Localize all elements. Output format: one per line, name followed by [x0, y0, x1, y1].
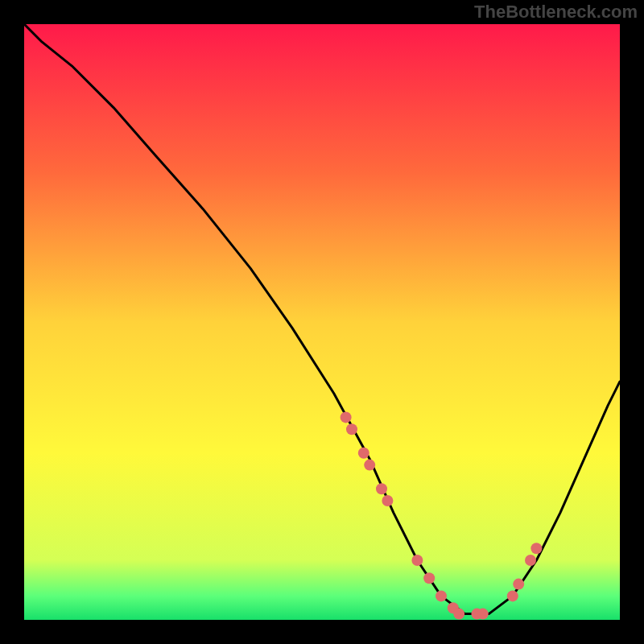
- watermark-text: TheBottleneck.com: [474, 2, 638, 23]
- data-marker: [436, 590, 447, 601]
- data-marker: [346, 423, 357, 435]
- data-marker: [364, 460, 375, 471]
- data-marker: [358, 448, 369, 459]
- data-marker: [341, 411, 352, 423]
- data-marker: [525, 555, 536, 566]
- data-marker: [453, 609, 464, 620]
- chart-frame: TheBottleneck.com: [0, 0, 644, 644]
- data-marker: [507, 590, 518, 601]
- data-marker: [477, 609, 489, 620]
- gradient-background: [24, 24, 620, 620]
- data-marker: [382, 495, 393, 506]
- data-marker: [376, 483, 387, 494]
- data-marker: [423, 572, 435, 584]
- data-marker: [411, 555, 423, 566]
- data-marker: [513, 579, 524, 590]
- data-marker: [530, 543, 542, 554]
- bottleneck-chart: [24, 24, 620, 620]
